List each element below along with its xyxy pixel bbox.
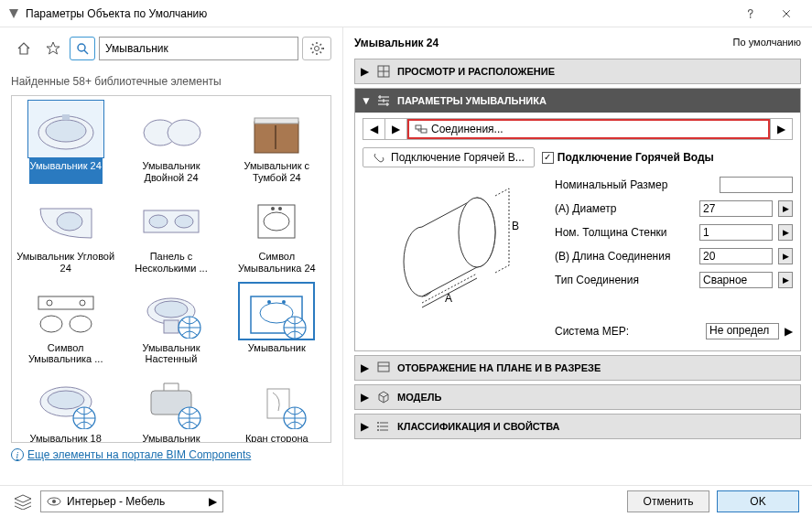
svg-point-19 xyxy=(47,300,52,306)
param-input[interactable] xyxy=(699,200,773,217)
favorite-button[interactable] xyxy=(40,37,66,60)
nav-expand[interactable]: ▶ xyxy=(770,119,792,139)
hot-water-tab[interactable]: Подключение Горячей В... xyxy=(363,147,535,167)
close-button[interactable] xyxy=(768,1,805,27)
window-title: Параметры Объекта по Умолчанию xyxy=(20,7,731,20)
param-row: Тип Соединения▶ xyxy=(555,270,793,290)
svg-point-10 xyxy=(57,212,82,231)
chevron-right-icon: ▶ xyxy=(361,391,370,404)
library-thumb xyxy=(133,372,210,431)
cancel-button[interactable]: Отменить xyxy=(627,490,709,512)
panel-view-title: ПРОСМОТР И РАСПОЛОЖЕНИЕ xyxy=(397,66,555,77)
library-item[interactable]: Умывальник с Тумбой 24 xyxy=(227,100,327,188)
param-stepper[interactable]: ▶ xyxy=(778,200,793,217)
panel-params-title: ПАРАМЕТРЫ УМЫВАЛЬНИКА xyxy=(397,95,547,106)
model-icon xyxy=(375,389,392,405)
library-thumb xyxy=(133,100,210,158)
mep-stepper[interactable]: ▶ xyxy=(785,325,793,338)
svg-rect-40 xyxy=(416,125,421,129)
chevron-right-icon: ▶ xyxy=(209,495,217,508)
library-item[interactable]: Панель с Несколькими ... xyxy=(121,190,221,279)
connection-icon xyxy=(415,123,428,135)
param-label: (A) Диаметр xyxy=(555,202,694,215)
param-stepper[interactable]: ▶ xyxy=(778,224,793,241)
library-grid[interactable]: Умывальник 24Умывальник Двойной 24Умывал… xyxy=(11,95,331,443)
library-item[interactable]: Умывальник хирургически... xyxy=(121,372,221,443)
param-input[interactable] xyxy=(699,248,773,264)
library-thumb xyxy=(27,282,104,340)
svg-point-20 xyxy=(80,300,85,306)
param-stepper[interactable]: ▶ xyxy=(778,248,793,264)
panel-plan-header[interactable]: ▶ ОТОБРАЖЕНИЕ НА ПЛАНЕ И В РАЗРЕЗЕ xyxy=(355,356,800,380)
ok-button[interactable]: OK xyxy=(717,490,799,512)
panel-model: ▶ МОДЕЛЬ xyxy=(354,384,801,410)
panel-model-title: МОДЕЛЬ xyxy=(397,392,441,403)
layer-selector[interactable]: Интерьер - Мебель ▶ xyxy=(40,490,223,512)
library-thumb xyxy=(27,372,104,431)
panel-plan-title: ОТОБРАЖЕНИЕ НА ПЛАНЕ И В РАЗРЕЗЕ xyxy=(397,362,601,373)
hot-water-checkbox[interactable]: ✓ xyxy=(542,152,554,164)
found-count-label: Найденные 58+ библиотечные элементы xyxy=(11,75,331,88)
cancel-label: Отменить xyxy=(644,495,694,508)
nav-next[interactable]: ▶ xyxy=(385,119,407,139)
library-label: Кран сторона xyxy=(244,431,309,443)
library-label: Умывальник Угловой 24 xyxy=(16,249,115,279)
library-thumb xyxy=(238,190,315,249)
connections-nav: ◀ ▶ Соединения... ▶ xyxy=(363,118,793,140)
library-label: Умывальник с Тумбой 24 xyxy=(227,158,327,188)
help-button[interactable] xyxy=(731,1,768,27)
search-button[interactable] xyxy=(70,37,95,60)
eye-icon xyxy=(47,496,61,507)
library-item[interactable]: Умывальник xyxy=(227,282,327,371)
view-icon xyxy=(375,63,392,80)
library-item[interactable]: Умывальник Двойной 24 xyxy=(121,100,221,188)
list-icon xyxy=(375,418,392,435)
svg-rect-8 xyxy=(254,118,298,124)
settings-button[interactable] xyxy=(302,37,331,60)
library-item[interactable]: Умывальник 24 xyxy=(16,100,115,188)
hot-water-checkbox-label: Подключение Горячей Воды xyxy=(558,151,714,164)
library-item[interactable]: Умывальник Настенный xyxy=(121,282,221,371)
svg-point-33 xyxy=(48,391,84,409)
library-item[interactable]: Символ Умывальника 24 xyxy=(227,190,327,279)
param-input[interactable] xyxy=(699,224,773,241)
app-icon xyxy=(7,7,20,20)
panel-classification-title: КЛАССИФИКАЦИЯ И СВОЙСТВА xyxy=(397,421,560,432)
svg-text:A: A xyxy=(445,292,452,305)
connections-label-highlight[interactable]: Соединения... xyxy=(407,119,770,139)
panel-params-header[interactable]: ▼ ПАРАМЕТРЫ УМЫВАЛЬНИКА xyxy=(355,89,800,113)
param-row: (A) Диаметр▶ xyxy=(555,199,793,219)
svg-rect-9 xyxy=(275,125,276,149)
bim-components-link[interactable]: i Еще элементы на портале BIM Components xyxy=(11,448,331,461)
nav-prev[interactable]: ◀ xyxy=(363,119,385,139)
svg-point-15 xyxy=(264,212,289,231)
param-input[interactable] xyxy=(720,177,793,193)
panel-model-header[interactable]: ▶ МОДЕЛЬ xyxy=(355,385,800,409)
panel-classification-header[interactable]: ▶ КЛАССИФИКАЦИЯ И СВОЙСТВА xyxy=(355,415,800,438)
library-label: Символ Умывальника 24 xyxy=(227,249,327,279)
svg-rect-25 xyxy=(164,320,179,333)
library-thumb xyxy=(238,100,315,158)
param-stepper[interactable]: ▶ xyxy=(778,272,793,288)
panel-view-header[interactable]: ▶ ПРОСМОТР И РАСПОЛОЖЕНИЕ xyxy=(355,59,800,83)
mep-value[interactable]: Не определ xyxy=(706,323,779,339)
library-thumb xyxy=(27,100,104,158)
library-label: Умывальник хирургически... xyxy=(121,431,221,443)
parameters-pane: Умывальник 24 По умолчанию ▶ ПРОСМОТР И … xyxy=(343,27,812,485)
home-button[interactable] xyxy=(11,37,37,60)
param-label: Тип Соединения xyxy=(555,274,694,286)
dialog-footer: Интерьер - Мебель ▶ Отменить OK xyxy=(0,485,812,516)
library-item[interactable]: Символ Умывальника ... xyxy=(16,282,115,371)
svg-point-21 xyxy=(40,316,62,332)
svg-point-30 xyxy=(282,300,286,304)
param-input[interactable] xyxy=(699,272,773,288)
library-item[interactable]: Умывальник 18 xyxy=(16,372,115,443)
search-input[interactable] xyxy=(99,37,298,60)
svg-point-1 xyxy=(315,47,319,51)
svg-rect-41 xyxy=(421,129,427,133)
library-item[interactable]: Умывальник Угловой 24 xyxy=(16,190,115,279)
param-label: Ном. Толщина Стенки xyxy=(555,226,694,239)
library-item[interactable]: Кран сторона xyxy=(227,372,327,443)
bim-link-text: Еще элементы на портале BIM Components xyxy=(27,448,251,461)
hot-water-checkbox-row[interactable]: ✓ Подключение Горячей Воды xyxy=(542,147,714,167)
